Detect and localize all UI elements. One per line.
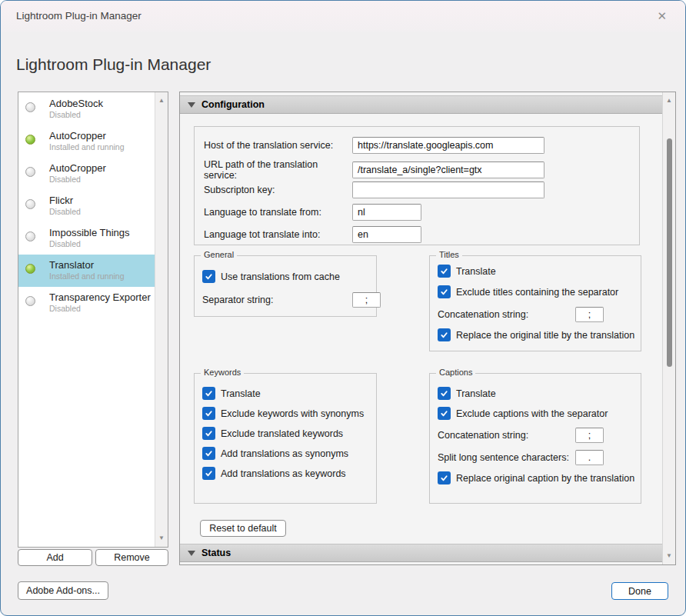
collapse-triangle-icon[interactable] [188,102,195,108]
checkbox-checked-icon[interactable] [202,407,215,420]
plugin-list-items: AdobeStock Disabled AutoCropper Installe… [18,93,155,319]
plugin-item-adobestock[interactable]: AdobeStock Disabled [18,93,155,125]
section-title: Configuration [201,99,265,110]
checkbox-label: Exclude titles containing the separator [456,287,618,298]
separator-string-input[interactable] [352,292,381,308]
plugin-name: Flickr [49,195,152,206]
language-from-input[interactable] [352,204,421,221]
scroll-up-icon[interactable]: ▲ [663,97,675,105]
plugin-item-impossible-things[interactable]: Impossible Things Disabled [18,222,155,255]
checkbox-label: Add translations as keywords [221,468,346,479]
keywords-add-synonyms-row[interactable]: Add translations as synonyms [202,447,348,460]
general-legend: General [201,250,237,259]
captions-concat-row: Concatenation string: [438,428,604,443]
host-row: Host of the translation service: [204,137,639,154]
scrollbar-thumb[interactable] [667,138,672,367]
checkbox-checked-icon[interactable] [202,387,215,400]
titles-translate-row[interactable]: Translate [438,265,496,278]
checkbox-checked-icon[interactable] [438,265,451,278]
checkbox-label: Use translations from cache [221,271,340,282]
captions-group: Captions Translate Exclude captions with… [429,373,641,504]
section-header-configuration[interactable]: Configuration [180,95,662,114]
collapse-triangle-icon[interactable] [188,551,195,556]
done-button[interactable]: Done [611,582,668,600]
checkbox-checked-icon[interactable] [438,285,451,298]
checkbox-label: Exclude captions with the separator [456,408,608,419]
service-settings-group: Host of the translation service: URL pat… [194,126,640,245]
titles-replace-row[interactable]: Replace the original title by the transl… [438,328,634,341]
keywords-exclude-synonyms-row[interactable]: Exclude keywords with synonyms [202,407,364,420]
add-button[interactable]: Add [18,549,92,566]
plugin-item-transparency-exporter[interactable]: Transparency Exporter Disabled [18,287,155,319]
field-label: Separator string: [202,295,352,305]
checkbox-checked-icon[interactable] [202,427,215,440]
plugin-item-flickr[interactable]: Flickr Disabled [18,190,155,222]
titles-concat-row: Concatenation string: [438,307,604,322]
plugin-disabled-led-icon [25,199,35,209]
plugin-running-led-icon [25,135,35,145]
language-to-input[interactable] [352,226,421,243]
scroll-down-icon[interactable]: ▼ [663,552,675,560]
section-header-status[interactable]: Status [180,544,662,562]
scroll-up-icon[interactable]: ▲ [155,97,168,105]
titles-concat-input[interactable] [575,307,604,322]
use-cache-row[interactable]: Use translations from cache [202,270,340,283]
split-chars-input[interactable] [575,450,604,465]
plugin-status: Disabled [49,207,152,216]
captions-translate-row[interactable]: Translate [438,387,496,400]
checkbox-checked-icon[interactable] [202,270,215,283]
separator-string-row: Separator string: [202,292,381,308]
plugin-item-translator[interactable]: Translator Installed and running [18,255,155,287]
plugin-item-autocropper-1[interactable]: AutoCropper Installed and running [18,125,155,158]
captions-exclude-row[interactable]: Exclude captions with the separator [438,407,608,420]
keywords-legend: Keywords [201,368,244,377]
keywords-translate-row[interactable]: Translate [202,387,261,400]
subscription-key-input[interactable] [352,181,544,198]
host-input[interactable] [352,137,544,154]
field-label: Subscripton key: [204,185,352,195]
field-label: URL path of the translation service: [204,159,352,181]
plugin-name: Impossible Things [49,227,152,238]
plugin-disabled-led-icon [25,231,35,241]
window-title: Lightroom Plug-in Manager [16,1,142,32]
field-label: Concatenation string: [438,309,575,320]
close-icon[interactable]: ✕ [657,9,667,23]
field-label: Host of the translation service: [204,140,352,151]
page-title: Lightroom Plug-in Manager [16,55,211,74]
plugin-status: Disabled [49,175,152,184]
field-label: Language tot translate into: [204,229,352,240]
captions-replace-row[interactable]: Replace original caption by the translat… [438,471,634,484]
checkbox-checked-icon[interactable] [438,407,451,420]
checkbox-label: Translate [456,388,496,399]
plugin-status: Disabled [49,239,152,248]
plugin-list: AdobeStock Disabled AutoCropper Installe… [18,92,168,548]
plugin-item-autocropper-2[interactable]: AutoCropper Disabled [18,158,155,190]
checkbox-checked-icon[interactable] [438,471,451,484]
titles-exclude-row[interactable]: Exclude titles containing the separator [438,285,618,298]
main-scrollbar[interactable]: ▲ ▼ [662,92,675,564]
field-label: Language to translate from: [204,207,352,218]
checkbox-checked-icon[interactable] [202,467,215,480]
remove-button[interactable]: Remove [95,549,168,566]
checkbox-label: Exclude keywords with synonyms [221,408,364,419]
url-path-row: URL path of the translation service: [204,159,639,181]
captions-concat-input[interactable] [575,428,604,443]
keywords-group: Keywords Translate Exclude keywords with… [194,373,377,504]
plugin-disabled-led-icon [25,167,35,177]
titles-group: Titles Translate Exclude titles containi… [429,255,641,351]
checkbox-checked-icon[interactable] [202,447,215,460]
reset-default-button[interactable]: Reset to default [200,520,286,537]
keywords-exclude-translated-row[interactable]: Exclude translated keywords [202,427,343,440]
checkbox-checked-icon[interactable] [438,387,451,400]
captions-split-row: Split long sentence characters: [438,450,604,465]
section-title: Status [201,548,231,558]
plugin-name: AdobeStock [49,98,152,109]
plugin-disabled-led-icon [25,102,35,112]
list-scrollbar[interactable]: ▲ ▼ [155,92,168,547]
url-path-input[interactable] [352,161,544,178]
plugin-manager-window: Lightroom Plug-in Manager ✕ Lightroom Pl… [0,0,686,616]
adobe-addons-button[interactable]: Adobe Add-ons... [18,581,108,600]
checkbox-checked-icon[interactable] [438,328,451,341]
scroll-down-icon[interactable]: ▼ [155,534,168,542]
keywords-add-keywords-row[interactable]: Add translations as keywords [202,467,346,480]
